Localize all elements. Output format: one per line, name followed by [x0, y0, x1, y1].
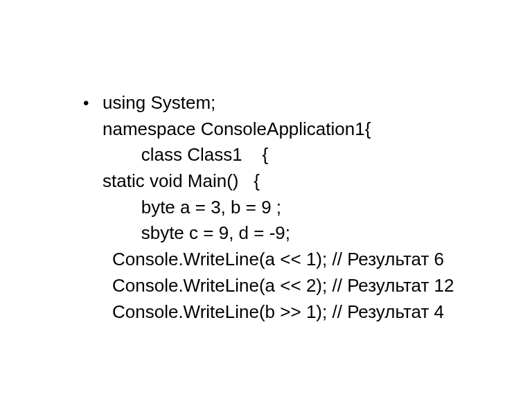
bullet-item: • using System; namespace ConsoleApplica… — [83, 90, 470, 325]
code-line: Console.WriteLine(a << 1); // Результат … — [103, 247, 470, 273]
code-line: static void Main() { — [103, 168, 470, 195]
code-line: Console.WriteLine(a << 2); // Результат … — [103, 273, 470, 299]
code-line: using System; — [103, 90, 470, 116]
code-line: sbyte c = 9, d = -9; — [103, 220, 470, 247]
code-line: Console.WriteLine(b >> 1); // Результат … — [103, 299, 470, 326]
slide-content: • using System; namespace ConsoleApplica… — [0, 0, 532, 325]
code-line: namespace ConsoleApplication1{ — [103, 116, 470, 143]
code-line: class Class1 { — [103, 142, 470, 168]
code-line: byte a = 3, b = 9 ; — [103, 195, 470, 221]
bullet-marker: • — [83, 91, 89, 116]
